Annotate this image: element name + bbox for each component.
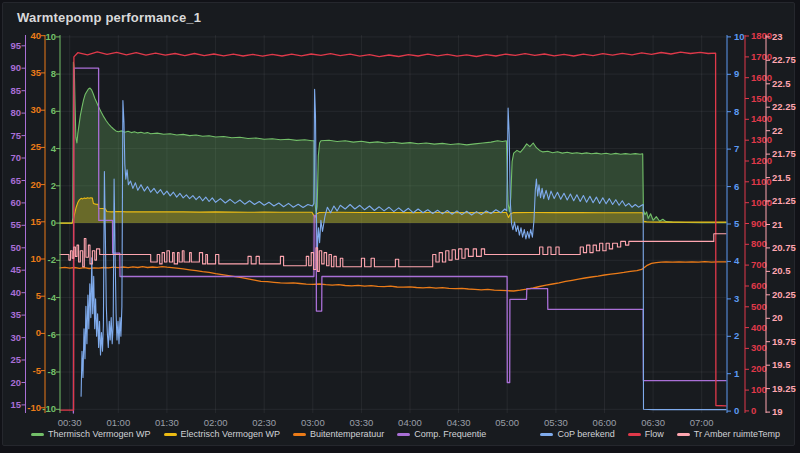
svg-text:20: 20: [772, 312, 783, 323]
svg-text:0: 0: [36, 327, 41, 338]
legend-item-tr-amber-ruimtetemp[interactable]: Tr Amber ruimteTemp: [677, 429, 780, 439]
svg-text:1500: 1500: [751, 93, 772, 104]
svg-text:22.75: 22.75: [772, 54, 796, 65]
svg-text:5: 5: [36, 290, 42, 301]
svg-text:25: 25: [10, 354, 21, 365]
legend-swatch-buitentemperatuur: [293, 433, 306, 436]
series-line-tr-amber-ruimtetemp: [60, 234, 726, 272]
svg-text:75: 75: [10, 130, 21, 141]
svg-text:20: 20: [10, 377, 21, 388]
svg-text:7: 7: [734, 143, 739, 154]
legend-item-thermisch-vermogen-wp[interactable]: Thermisch Vermogen WP: [31, 429, 151, 439]
svg-text:5: 5: [734, 218, 740, 229]
svg-text:-10: -10: [27, 402, 41, 413]
svg-text:85: 85: [10, 85, 21, 96]
svg-text:21.5: 21.5: [772, 172, 791, 183]
svg-text:1300: 1300: [751, 134, 772, 145]
legend-label: Electrisch Vermogen WP: [181, 429, 281, 439]
legend-item-electrisch-vermogen-wp[interactable]: Electrisch Vermogen WP: [164, 429, 281, 439]
svg-text:2: 2: [51, 180, 56, 191]
legend-item-buitentemperatuur[interactable]: Buitentemperatuur: [293, 429, 384, 439]
svg-text:-5: -5: [33, 365, 42, 376]
legend-label: Flow: [645, 429, 664, 439]
gridlines: [60, 35, 726, 413]
svg-text:6: 6: [734, 181, 739, 192]
svg-text:0: 0: [751, 405, 756, 416]
svg-text:2: 2: [734, 330, 739, 341]
legend-swatch-flow: [628, 433, 641, 436]
svg-text:45: 45: [10, 264, 21, 275]
svg-text:-4: -4: [48, 292, 57, 303]
svg-text:80: 80: [10, 107, 21, 118]
svg-text:21: 21: [772, 219, 783, 230]
svg-text:30: 30: [10, 332, 21, 343]
legend-swatch-comp-frequentie: [397, 433, 410, 436]
chart-canvas[interactable]: 9590858075706560555045403530252015403530…: [3, 3, 796, 435]
svg-text:19: 19: [772, 406, 783, 417]
legend-swatch-electrisch-vermogen-wp: [164, 433, 177, 436]
svg-text:20.75: 20.75: [772, 242, 796, 253]
svg-text:6: 6: [51, 105, 56, 116]
svg-text:1600: 1600: [751, 72, 772, 83]
svg-text:1: 1: [734, 368, 740, 379]
svg-text:20.5: 20.5: [772, 265, 791, 276]
legend-item-cop-berekend[interactable]: CoP berekend: [540, 429, 614, 439]
svg-text:3: 3: [734, 293, 739, 304]
legend-left-group: Thermisch Vermogen WPElectrisch Vermogen…: [31, 429, 486, 439]
legend-item-comp-frequentie[interactable]: Comp. Frequentie: [397, 429, 486, 439]
svg-text:22.25: 22.25: [772, 101, 796, 112]
svg-text:900: 900: [751, 218, 767, 229]
svg-text:1400: 1400: [751, 113, 772, 124]
y-axis-comp_freq: 9590858075706560555045403530252015: [10, 35, 25, 413]
svg-text:0: 0: [734, 405, 739, 416]
svg-text:500: 500: [751, 301, 767, 312]
svg-text:-8: -8: [48, 366, 56, 377]
svg-text:1000: 1000: [751, 197, 772, 208]
svg-text:0: 0: [51, 217, 56, 228]
svg-text:100: 100: [751, 384, 767, 395]
legend-label: Comp. Frequentie: [414, 429, 486, 439]
svg-text:23: 23: [772, 31, 783, 42]
legend-swatch-cop-berekend: [540, 433, 553, 436]
svg-text:-6: -6: [48, 329, 56, 340]
y-axis-ruimte_temp: 2322.7522.522.252221.7521.521.252120.752…: [766, 31, 796, 417]
svg-text:70: 70: [10, 152, 21, 163]
svg-text:50: 50: [10, 242, 21, 253]
svg-text:30: 30: [30, 104, 41, 115]
svg-text:-2: -2: [48, 254, 56, 265]
svg-text:40: 40: [30, 30, 41, 41]
svg-text:21.75: 21.75: [772, 148, 796, 159]
svg-text:19.75: 19.75: [772, 336, 796, 347]
legend-swatch-thermisch-vermogen-wp: [31, 433, 44, 436]
svg-text:8: 8: [734, 106, 739, 117]
legend-label: CoP berekend: [557, 429, 614, 439]
legend-label: Tr Amber ruimteTemp: [694, 429, 780, 439]
svg-text:200: 200: [751, 363, 767, 374]
svg-text:-10: -10: [42, 403, 56, 414]
svg-text:10: 10: [734, 31, 745, 42]
svg-text:35: 35: [30, 67, 41, 78]
grafana-panel: Warmtepomp performance_1 959085807570656…: [2, 2, 795, 446]
svg-text:300: 300: [751, 342, 767, 353]
svg-text:21.25: 21.25: [772, 195, 796, 206]
svg-text:4: 4: [734, 255, 740, 266]
svg-text:19.5: 19.5: [772, 359, 791, 370]
legend-label: Thermisch Vermogen WP: [48, 429, 151, 439]
svg-text:1800: 1800: [751, 30, 772, 41]
svg-text:22: 22: [772, 125, 783, 136]
svg-text:22.5: 22.5: [772, 78, 791, 89]
series-line-comp-frequentie: [73, 68, 726, 413]
svg-text:400: 400: [751, 322, 767, 333]
legend-swatch-tr-amber-ruimtetemp: [677, 433, 690, 436]
svg-text:15: 15: [10, 399, 21, 410]
y-axis-buiten_temp: 4035302520151050-5-10: [27, 30, 45, 413]
y-axis-flow: 1800170016001500140013001200110010009008…: [745, 30, 772, 416]
svg-text:10: 10: [45, 31, 56, 42]
series-line-flow: [60, 52, 726, 410]
legend-label: Buitentemperatuur: [310, 429, 384, 439]
legend-item-flow[interactable]: Flow: [628, 429, 664, 439]
svg-text:60: 60: [10, 197, 21, 208]
svg-text:9: 9: [734, 68, 739, 79]
svg-text:1200: 1200: [751, 155, 772, 166]
svg-text:25: 25: [30, 141, 41, 152]
